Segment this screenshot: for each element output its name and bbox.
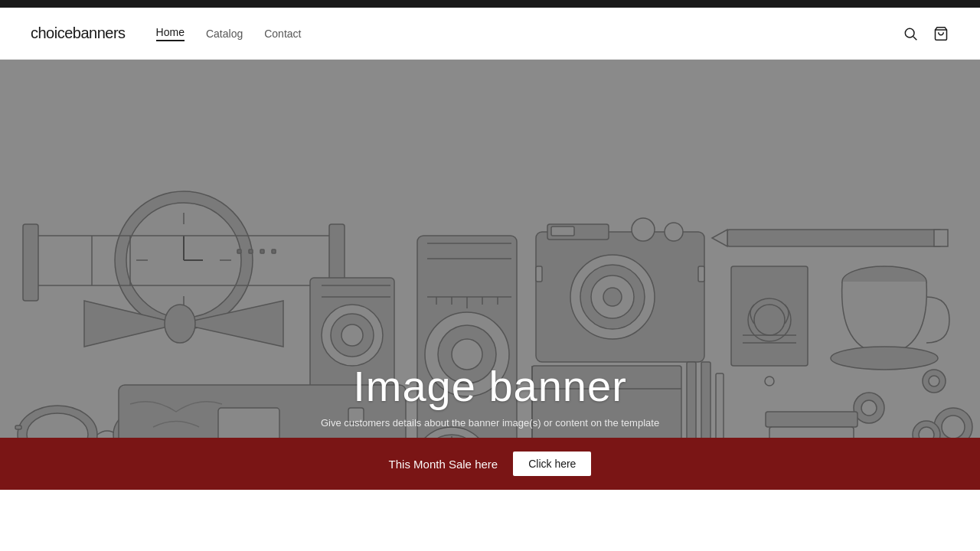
nav-link-home[interactable]: Home [156,26,185,41]
svg-point-22 [165,305,195,343]
navbar: choicebanners Home Catalog Contact [0,8,980,60]
svg-rect-55 [731,266,808,366]
svg-point-26 [341,324,363,346]
svg-line-1 [913,36,917,40]
hero-title: Image banner [321,361,659,411]
svg-rect-105 [766,412,858,427]
svg-rect-51 [698,266,704,282]
nav-link-catalog[interactable]: Catalog [206,28,243,40]
announcement-cta-button[interactable]: Click here [513,452,591,476]
hero-text-block: Image banner Give customers details abou… [321,361,659,429]
svg-rect-52 [727,230,942,246]
nav-icons [902,25,949,42]
svg-point-98 [861,400,877,416]
svg-rect-18 [237,249,241,253]
svg-point-100 [929,376,939,386]
svg-rect-19 [249,249,253,253]
svg-rect-73 [15,425,21,429]
hero-subtitle: Give customers details about the banner … [321,417,659,429]
svg-point-49 [632,218,655,241]
announcement-text: This Month Sale here [389,458,498,471]
top-bar [0,0,980,8]
svg-point-62 [831,347,938,370]
svg-point-102 [942,416,965,439]
svg-rect-43 [551,227,574,236]
svg-rect-20 [260,249,264,253]
nav-links: Home Catalog Contact [156,26,902,41]
svg-point-0 [905,28,914,37]
logo[interactable]: choicebanners [31,24,126,42]
announcement-bar: This Month Sale here Click here [0,438,980,490]
cart-icon[interactable] [933,25,949,42]
nav-link-contact[interactable]: Contact [264,28,301,40]
hero-banner: Image banner Give customers details abou… [0,60,980,490]
svg-point-47 [603,288,622,306]
svg-rect-21 [272,249,276,253]
svg-rect-54 [934,230,948,246]
svg-point-48 [665,223,683,241]
svg-rect-4 [23,224,38,301]
svg-rect-50 [536,266,542,282]
search-icon[interactable] [902,25,919,42]
